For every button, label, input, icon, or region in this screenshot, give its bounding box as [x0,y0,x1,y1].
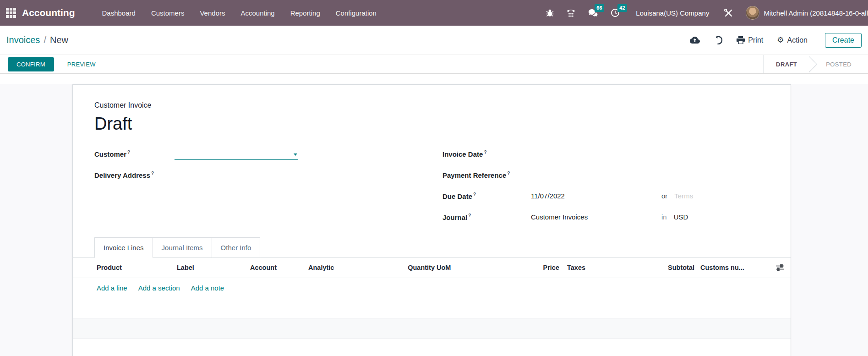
company-switcher[interactable]: Louisana(US) Company [636,9,709,17]
confirm-button[interactable]: CONFIRM [8,57,54,71]
payment-reference-label: Payment Reference? [442,171,531,179]
tab-journal-items[interactable]: Journal Items [153,237,212,257]
help-marker: ? [468,213,471,218]
terms-placeholder[interactable]: Terms [674,192,693,200]
col-customs-number[interactable]: Customs nu... [694,264,769,271]
col-quantity[interactable]: Quantity [386,264,435,271]
invoice-state-title: Draft [94,113,791,135]
bug-icon[interactable] [540,0,560,26]
empty-line-row [73,339,791,356]
state-step-posted[interactable]: POSTED [809,55,864,73]
delivery-address-label: Delivery Address? [94,171,175,179]
menu-customers[interactable]: Customers [143,0,192,26]
user-menu[interactable]: Mitchell Admin (20814848-16-0-all [764,9,868,17]
add-links-row: Add a line Add a section Add a note [73,278,791,298]
save-cloud-upload-icon[interactable] [690,36,700,44]
add-a-note-link[interactable]: Add a note [191,284,224,292]
invoice-date-label: Invoice Date? [442,150,531,158]
add-a-line-link[interactable]: Add a line [97,284,127,292]
field-groups: Customer? Delivery Address? Invoice Date… [73,150,791,234]
create-button[interactable]: Create [825,33,862,48]
notebook-tabs: Invoice Lines Journal Items Other Info [73,237,791,258]
col-analytic[interactable]: Analytic [308,264,386,271]
col-product[interactable]: Product [73,264,177,271]
col-taxes[interactable]: Taxes [559,264,622,271]
activities-count-badge[interactable]: 42 [617,4,627,12]
help-marker: ? [151,171,154,176]
add-a-section-link[interactable]: Add a section [138,284,180,292]
dropdown-caret-icon[interactable] [294,153,297,158]
lines-table-header: Product Label Account Analytic Quantity … [73,258,791,278]
col-label[interactable]: Label [177,264,250,271]
menu-dashboard[interactable]: Dashboard [94,0,143,26]
customer-input[interactable] [175,150,298,160]
statusbar: CONFIRM PREVIEW DRAFT POSTED [0,55,868,74]
journal-label: Journal? [442,213,531,221]
help-marker: ? [484,150,486,155]
col-account[interactable]: Account [250,264,308,271]
col-uom[interactable]: UoM [435,264,476,271]
tab-invoice-lines[interactable]: Invoice Lines [94,237,153,258]
help-marker: ? [473,192,476,197]
avatar[interactable] [746,6,759,20]
menu-reporting[interactable]: Reporting [283,0,328,26]
help-marker: ? [127,150,130,155]
col-subtotal[interactable]: Subtotal [622,264,694,271]
voip-phone-icon[interactable] [560,0,582,26]
form-view: Customer Invoice Draft Customer? Deliver… [0,84,868,356]
main-menu: Dashboard Customers Vendors Accounting R… [94,0,384,26]
optional-columns-sliders-icon[interactable] [769,264,791,271]
breadcrumb-separator: / [44,35,46,45]
state-step-draft[interactable]: DRAFT [764,55,809,73]
print-label: Print [748,36,763,44]
customer-label: Customer? [94,150,175,158]
control-panel-actions: Print ⚙ Action Create [676,33,862,48]
discard-undo-icon[interactable] [714,36,723,45]
help-marker: ? [507,171,510,176]
tab-other-info[interactable]: Other Info [212,237,261,257]
due-date-value[interactable]: 11/07/2022 [531,192,661,200]
print-button[interactable]: Print [737,36,763,44]
in-text: in [661,213,667,221]
top-navbar: Accounting Dashboard Customers Vendors A… [0,0,868,26]
messages-icon[interactable]: 66 [582,0,605,26]
action-button[interactable]: ⚙ Action [777,36,808,44]
due-date-label: Due Date? [442,192,531,200]
preview-button[interactable]: PREVIEW [63,57,100,71]
activities-clock-icon[interactable]: 42 [605,0,626,26]
document-type-label: Customer Invoice [94,101,791,110]
breadcrumb-current: New [50,35,68,45]
gear-icon: ⚙ [777,36,784,44]
menu-configuration[interactable]: Configuration [328,0,384,26]
breadcrumb-invoices-link[interactable]: Invoices [6,35,40,45]
action-label: Action [787,36,808,44]
empty-line-row [73,298,791,318]
printer-icon [737,36,745,44]
empty-line-row [73,318,791,339]
apps-grid-icon[interactable] [6,8,16,18]
menu-vendors[interactable]: Vendors [192,0,233,26]
control-panel: Invoices / New Print ⚙ Actio [0,26,868,55]
state-steps: DRAFT POSTED [763,55,864,73]
messages-count-badge[interactable]: 66 [595,4,604,12]
col-price[interactable]: Price [476,264,559,271]
menu-accounting[interactable]: Accounting [233,0,282,26]
app-name[interactable]: Accounting [22,7,75,18]
breadcrumb: Invoices / New [6,35,68,45]
or-text: or [661,192,667,200]
navbar-systray: 66 42 Louisana(US) Company Mitchell Admi… [540,0,868,26]
currency-value[interactable]: USD [674,213,688,221]
journal-value[interactable]: Customer Invoices [531,213,661,221]
invoice-sheet: Customer Invoice Draft Customer? Deliver… [72,84,791,356]
tools-icon[interactable] [718,0,739,26]
